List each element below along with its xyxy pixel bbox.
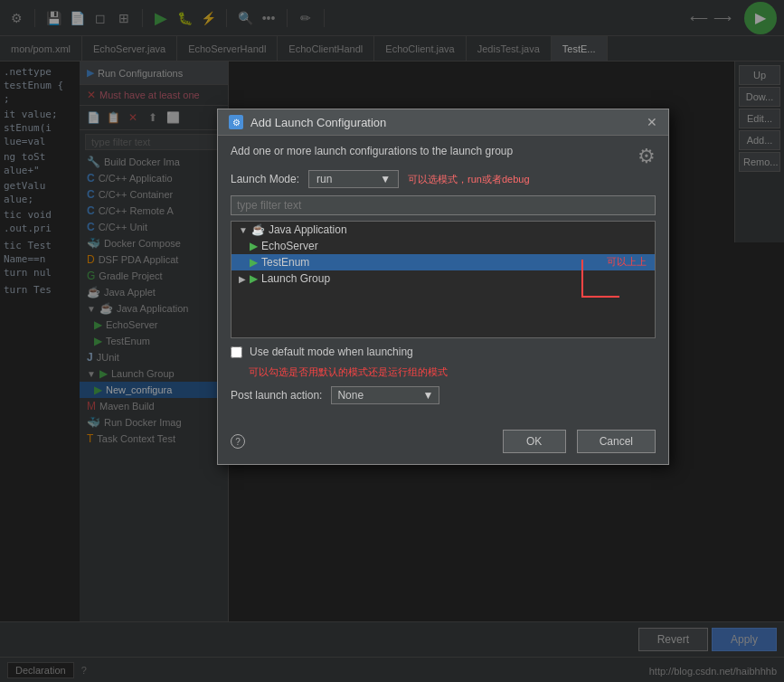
dtree-launch-icon: ▶ <box>250 272 258 285</box>
default-mode-checkbox-row: Use default mode when launching <box>231 346 656 358</box>
dtree-java-toggle: ▼ <box>239 225 248 235</box>
launch-mode-annotation: 可以选模式，run或者debug <box>408 173 530 186</box>
dialog-title-icon: ⚙ <box>229 115 243 129</box>
dialog-title: ⚙ Add Launch Configuration <box>229 115 386 129</box>
dialog-gear-icon: ⚙ <box>638 145 656 168</box>
default-mode-checkbox[interactable] <box>231 346 242 358</box>
dialog-help-icon[interactable]: ? <box>231 434 245 449</box>
dtree-launch-toggle: ▶ <box>239 274 246 284</box>
dialog-help-area: ? <box>231 434 245 449</box>
post-launch-value: None <box>337 389 364 402</box>
dialog-filter-input[interactable] <box>231 195 656 215</box>
launch-mode-value: run <box>316 173 332 185</box>
dropdown-arrow-icon: ▼ <box>380 173 391 185</box>
dialog-title-text: Add Launch Configuration <box>250 116 386 129</box>
post-launch-dropdown[interactable]: None ▼ <box>331 386 439 404</box>
dtree-java-icon: ☕ <box>251 223 265 236</box>
dialog-buttons-row: ? OK Cancel <box>218 422 668 464</box>
cancel-button[interactable]: Cancel <box>577 430 656 453</box>
checkbox-annotation-area: 可以勾选是否用默认的模式还是运行组的模式 <box>249 365 656 379</box>
default-mode-label: Use default mode when launching <box>250 346 413 358</box>
dialog-body: Launch Mode: run ▼ 可以选模式，run或者debug ▼ ☕ … <box>218 163 668 422</box>
post-launch-arrow: ▼ <box>423 389 434 402</box>
dtree-echoserver-icon: ▶ <box>250 240 258 252</box>
dialog-subtitle: ⚙ Add one or more launch configurations … <box>218 136 668 163</box>
checkbox-annotation-text: 可以勾选是否用默认的模式还是运行组的模式 <box>249 366 448 377</box>
launch-mode-dropdown[interactable]: run ▼ <box>308 170 399 188</box>
dialog-ok-cancel-area: OK Cancel <box>503 430 656 453</box>
launch-mode-row: Launch Mode: run ▼ 可以选模式，run或者debug <box>231 170 656 188</box>
dtree-echoserver[interactable]: ▶ EchoServer <box>231 238 655 254</box>
ok-button[interactable]: OK <box>503 430 566 453</box>
add-launch-config-dialog: ⚙ Add Launch Configuration ✕ ⚙ Add one o… <box>217 109 669 465</box>
dialog-config-tree: ▼ ☕ Java Application ▶ EchoServer ▶ Test… <box>231 221 656 338</box>
post-launch-row: Post launch action: None ▼ <box>231 386 656 404</box>
dialog-titlebar: ⚙ Add Launch Configuration ✕ <box>218 109 668 136</box>
dialog-close-button[interactable]: ✕ <box>647 115 657 129</box>
post-launch-label: Post launch action: <box>231 389 322 402</box>
dtree-launch-group[interactable]: ▶ ▶ Launch Group <box>231 270 655 287</box>
launch-mode-label: Launch Mode: <box>231 173 299 185</box>
dialog-icon: ⚙ <box>232 118 241 128</box>
dtree-java-app[interactable]: ▼ ☕ Java Application <box>231 222 655 238</box>
dtree-testenum[interactable]: ▶ TestEnum <box>231 254 655 270</box>
dtree-testenum-icon: ▶ <box>250 256 258 269</box>
